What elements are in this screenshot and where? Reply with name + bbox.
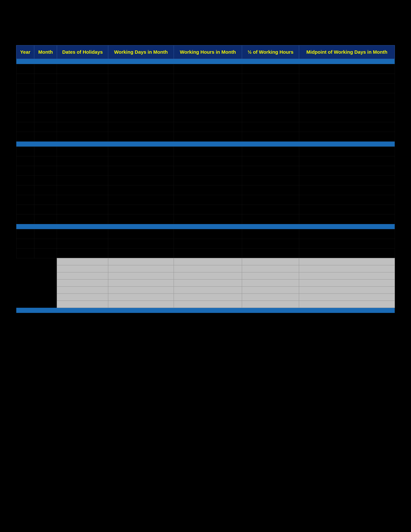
cell	[108, 205, 174, 214]
cell-empty	[34, 294, 57, 301]
cell-empty	[34, 272, 57, 279]
col-midpoint: Midpoint of Working Days in Month	[299, 45, 395, 59]
cell	[174, 294, 242, 301]
cell	[242, 214, 299, 224]
main-data-table: Year Month Dates of Holidays Working Day…	[16, 45, 395, 313]
cell	[34, 214, 57, 224]
cell	[174, 258, 242, 265]
table-row	[16, 132, 395, 141]
cell	[57, 166, 108, 176]
table-row	[16, 248, 395, 258]
cell	[299, 132, 395, 141]
cell	[108, 214, 174, 224]
cell	[16, 176, 34, 185]
cell	[34, 83, 57, 93]
cell	[57, 132, 108, 141]
cell	[57, 64, 108, 74]
cell	[16, 74, 34, 83]
cell	[57, 286, 108, 294]
cell	[174, 147, 242, 156]
cell	[174, 248, 242, 258]
cell	[242, 166, 299, 176]
col-month: Month	[34, 45, 57, 59]
cell	[299, 166, 395, 176]
table-header-row: Year Month Dates of Holidays Working Day…	[16, 45, 395, 59]
cell	[57, 112, 108, 122]
table-row	[16, 74, 395, 83]
cell	[108, 185, 174, 195]
cell	[108, 176, 174, 185]
cell	[34, 112, 57, 122]
cell	[16, 248, 34, 258]
cell	[242, 205, 299, 214]
col-working-days: Working Days in Month	[108, 45, 174, 59]
cell	[242, 248, 299, 258]
cell	[57, 239, 108, 248]
cell	[16, 147, 34, 156]
cell	[242, 74, 299, 83]
cell	[299, 185, 395, 195]
cell	[108, 301, 174, 308]
cell	[174, 185, 242, 195]
cell	[299, 74, 395, 83]
cell	[57, 272, 108, 279]
table-row	[16, 185, 395, 195]
cell	[174, 301, 242, 308]
cell	[108, 93, 174, 103]
cell	[174, 265, 242, 272]
cell	[108, 166, 174, 176]
cell	[108, 229, 174, 239]
cell	[174, 112, 242, 122]
cell	[57, 301, 108, 308]
cell	[108, 147, 174, 156]
cell	[299, 258, 395, 265]
cell	[16, 112, 34, 122]
cell	[108, 74, 174, 83]
cell	[242, 132, 299, 141]
cell	[242, 83, 299, 93]
table-row	[16, 147, 395, 156]
cell-empty	[34, 279, 57, 286]
cell	[34, 132, 57, 141]
cell	[57, 156, 108, 166]
cell	[242, 229, 299, 239]
table-row-grey	[16, 265, 395, 272]
cell	[57, 294, 108, 301]
cell	[174, 195, 242, 205]
cell	[34, 103, 57, 112]
cell	[242, 195, 299, 205]
cell	[299, 103, 395, 112]
cell	[57, 229, 108, 239]
cell	[16, 214, 34, 224]
table-row	[16, 156, 395, 166]
cell	[242, 286, 299, 294]
col-year: Year	[16, 45, 34, 59]
cell	[299, 93, 395, 103]
table-row-grey	[16, 258, 395, 265]
cell	[16, 156, 34, 166]
cell	[16, 103, 34, 112]
cell	[57, 176, 108, 185]
cell	[174, 239, 242, 248]
cell	[16, 185, 34, 195]
blue-separator-3	[16, 224, 395, 229]
cell	[16, 205, 34, 214]
cell	[174, 176, 242, 185]
cell	[299, 279, 395, 286]
cell	[174, 272, 242, 279]
cell	[57, 248, 108, 258]
cell	[242, 185, 299, 195]
cell	[108, 132, 174, 141]
cell	[34, 205, 57, 214]
page-container: Year Month Dates of Holidays Working Day…	[0, 0, 411, 532]
cell	[174, 205, 242, 214]
cell	[57, 258, 108, 265]
cell	[242, 147, 299, 156]
cell	[242, 301, 299, 308]
cell-empty	[34, 265, 57, 272]
cell	[34, 195, 57, 205]
table-row-grey	[16, 286, 395, 294]
cell	[299, 229, 395, 239]
cell	[299, 272, 395, 279]
cell	[57, 195, 108, 205]
